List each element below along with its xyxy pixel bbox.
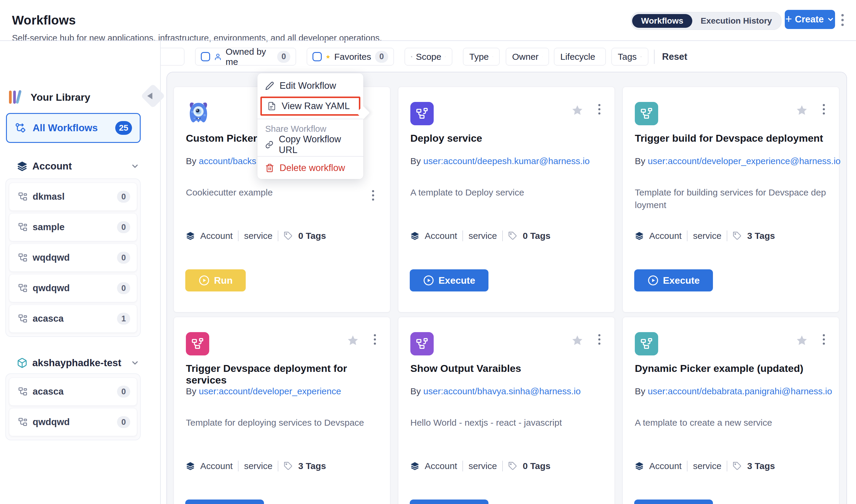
- owner-link[interactable]: account/backs: [199, 156, 256, 166]
- card-menu-button[interactable]: [596, 103, 602, 116]
- card-type: service: [244, 461, 272, 471]
- menu-item-copy-workflow-url[interactable]: Copy Workflow URL: [257, 136, 363, 153]
- sidebar-section-akshayphadke-test[interactable]: akshayphadke-test: [17, 357, 139, 368]
- sidebar-item-qwdqwd[interactable]: qwdqwd 0: [9, 274, 137, 302]
- item-label: acasca: [33, 386, 112, 397]
- view-raw-yaml-highlight: View Raw YAML: [260, 96, 360, 116]
- item-label: qwdqwd: [33, 417, 112, 428]
- star-icon: [326, 52, 330, 61]
- chevron-down-icon: [640, 53, 642, 60]
- favorites-checkbox[interactable]: [312, 52, 322, 61]
- execute-button-label: Execute: [663, 275, 700, 286]
- card-menu-button[interactable]: [596, 333, 602, 346]
- sidebar-item-all-workflows[interactable]: All Workflows 25: [6, 113, 141, 143]
- tag-icon: [508, 462, 517, 470]
- owner-link[interactable]: user:account/debabrata.panigrahi@harness…: [648, 386, 832, 396]
- workflow-card-dynamic-picker[interactable]: Dynamic Picker example (updated) By user…: [622, 317, 839, 504]
- card-type: service: [244, 231, 272, 241]
- play-circle-icon: [423, 275, 434, 286]
- execute-button[interactable]: Execute: [410, 269, 489, 291]
- sidebar-item-acasca-2[interactable]: acasca 0: [9, 378, 137, 406]
- layers-icon: [17, 161, 28, 172]
- tab-execution-history[interactable]: Execution History: [692, 16, 780, 26]
- owned-by-me-filter[interactable]: Owned by me 0: [195, 48, 296, 66]
- layers-icon: [635, 462, 644, 470]
- favorites-filter[interactable]: Favorites 0: [307, 48, 394, 66]
- kebab-dot: [598, 338, 600, 341]
- execute-button[interactable]: Execute: [634, 500, 713, 504]
- card-tags: 0 Tags: [523, 231, 550, 241]
- card-type: service: [693, 461, 721, 471]
- create-button[interactable]: + Create: [785, 10, 835, 29]
- owner-dropdown[interactable]: Owner: [506, 48, 549, 66]
- workflow-card-show-output[interactable]: Show Output Varaibles By user:account/bh…: [398, 317, 615, 504]
- owned-by-me-checkbox[interactable]: [201, 52, 210, 61]
- owner-link[interactable]: user:account/developer_experience@harnes…: [648, 156, 840, 166]
- sidebar-item-dkmasl[interactable]: dkmasl 0: [9, 183, 137, 211]
- flowchart-icon: [639, 337, 653, 350]
- lifecycle-dropdown[interactable]: Lifecycle: [554, 48, 606, 66]
- card-menu-button[interactable]: [820, 333, 827, 346]
- run-button-label: Run: [214, 275, 233, 286]
- section-akshayphadke-test-group: acasca 0 qwdqwd 0: [5, 373, 141, 440]
- favorite-star-icon[interactable]: [571, 335, 583, 346]
- workflow-card-trigger-build[interactable]: Trigger build for Devspace deployment By…: [622, 87, 839, 312]
- owner-link[interactable]: user:account/bhavya.sinha@harness.io: [423, 386, 581, 396]
- run-button[interactable]: Run: [185, 269, 246, 291]
- menu-item-edit-workflow[interactable]: Edit Workflow: [257, 77, 363, 94]
- reset-filters-button[interactable]: Reset: [662, 48, 687, 66]
- item-count: 0: [117, 252, 130, 264]
- owner-link[interactable]: user:account/deepesh.kumar@harness.io: [423, 156, 589, 166]
- kebab-dot: [841, 14, 844, 16]
- favorite-star-icon[interactable]: [796, 335, 808, 346]
- card-menu-button[interactable]: [372, 333, 378, 346]
- favorite-star-icon[interactable]: [796, 104, 808, 116]
- person-icon: [214, 52, 222, 61]
- menu-item-delete-workflow[interactable]: Delete workflow: [257, 160, 363, 176]
- meta-divider: [502, 231, 503, 241]
- card-byline: By user:account/debabrata.panigrahi@harn…: [635, 385, 841, 398]
- card-type: service: [693, 231, 721, 241]
- execute-button[interactable]: Execute: [185, 500, 264, 504]
- card-tags: 0 Tags: [298, 231, 326, 241]
- hierarchy-icon: [18, 417, 28, 427]
- all-workflows-count: 25: [115, 121, 132, 135]
- sidebar-item-qwdqwd-2[interactable]: qwdqwd 0: [9, 408, 137, 436]
- sidebar-item-acasca[interactable]: acasca 1: [9, 305, 137, 333]
- kebab-dot: [598, 334, 600, 336]
- favorite-star-icon[interactable]: [347, 335, 359, 346]
- workflow-card-deploy-service[interactable]: Deploy service By user:account/deepesh.k…: [398, 87, 615, 312]
- chevron-down-icon: [542, 53, 543, 60]
- workflow-card-icon: [410, 332, 434, 356]
- scope-dropdown[interactable]: Scope: [405, 48, 452, 66]
- chevron-down-icon: [131, 358, 139, 367]
- sidebar-item-sample[interactable]: sample 0: [9, 213, 137, 241]
- sidebar-item-wqdqwd[interactable]: wqdqwd 0: [9, 244, 137, 272]
- flowchart-icon: [639, 107, 653, 121]
- chevron-down-icon: [445, 53, 446, 60]
- tab-workflows[interactable]: Workflows: [632, 14, 692, 28]
- favorite-star-icon[interactable]: [571, 104, 583, 116]
- kebab-dot: [823, 338, 825, 341]
- execute-button-label: Execute: [439, 275, 475, 286]
- item-count: 1: [117, 313, 130, 325]
- owner-link[interactable]: user:account/developer_experience: [199, 386, 341, 396]
- card-menu-button[interactable]: [820, 103, 827, 116]
- workflow-card-trigger-devspace[interactable]: Trigger Devspace deployment for services…: [174, 317, 390, 504]
- play-circle-icon: [647, 275, 659, 286]
- cube-icon: [17, 358, 28, 368]
- type-dropdown[interactable]: Type: [463, 48, 499, 66]
- sidebar-collapse-button[interactable]: [141, 84, 165, 108]
- tags-dropdown[interactable]: Tags: [612, 48, 648, 66]
- execute-button[interactable]: Execute: [634, 269, 713, 291]
- execute-button[interactable]: Execute: [410, 500, 489, 504]
- page-menu-button[interactable]: [838, 12, 847, 28]
- kebab-dot: [823, 108, 825, 110]
- by-prefix: By: [410, 156, 421, 166]
- sidebar-section-account[interactable]: Account: [17, 161, 139, 172]
- card-title: Deploy service: [410, 132, 602, 144]
- create-button-label: Create: [795, 14, 824, 25]
- card-type: service: [468, 461, 497, 471]
- menu-item-view-raw-yaml[interactable]: View Raw YAML: [262, 98, 359, 114]
- card-description: A template to create a new service: [635, 416, 827, 429]
